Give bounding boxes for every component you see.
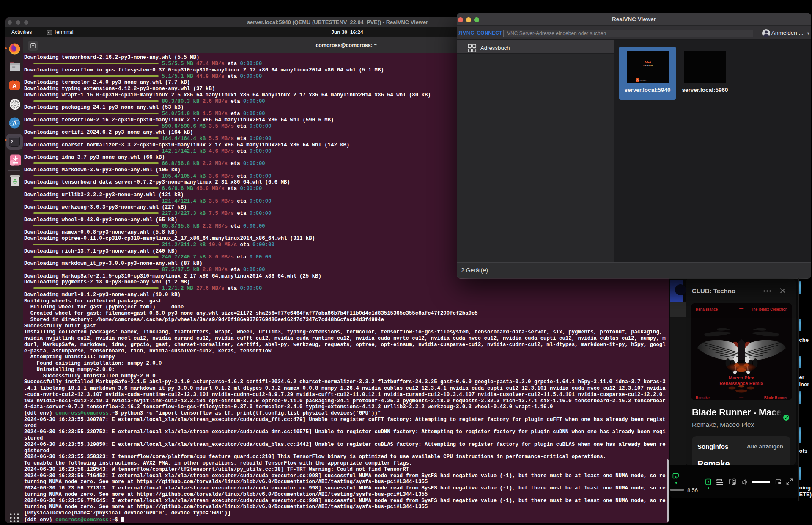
svg-text:The ReMix Collection: The ReMix Collection xyxy=(751,307,787,311)
svg-text:—: — xyxy=(739,395,743,399)
svg-text:Maceo Plex: Maceo Plex xyxy=(729,375,754,380)
svg-text:Renaissance: Renaissance xyxy=(696,307,718,311)
svg-text:A: A xyxy=(12,82,17,89)
svg-text:Remake: Remake xyxy=(696,396,710,400)
svg-text:—: — xyxy=(739,306,743,311)
svg-text:UNRAID: UNRAID xyxy=(643,65,653,67)
svg-text:ubuntu: ubuntu xyxy=(640,79,647,82)
svg-text:A: A xyxy=(12,120,17,126)
svg-text:Blade Runner: Blade Runner xyxy=(764,396,788,400)
svg-text:Renaissance Remix: Renaissance Remix xyxy=(719,381,763,386)
